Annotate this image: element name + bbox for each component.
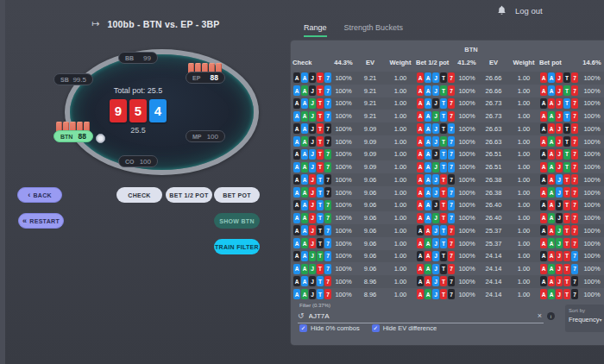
card-chip: A <box>417 276 424 286</box>
bet-half-pct: 100% <box>455 112 479 120</box>
bet-pot-button[interactable]: BET POT <box>214 187 260 203</box>
card-chip: J <box>309 289 316 299</box>
tab-range[interactable]: Range <box>304 23 327 37</box>
card-chip: A <box>293 162 300 173</box>
logout-button[interactable]: Log out <box>515 6 543 16</box>
filter-input[interactable] <box>309 312 536 320</box>
card-chip: A <box>301 289 308 299</box>
card-chip: 7 <box>324 111 331 122</box>
card-chip: A <box>301 136 308 147</box>
check-ev: 9.06 <box>355 252 385 260</box>
card-chip: T <box>440 289 447 299</box>
combo-row[interactable]: AAJT7100%9.061.00AAJT7100%26.401.00AAJT7… <box>293 211 604 224</box>
bet-pot-pct: 100% <box>578 138 604 146</box>
logout-area[interactable]: Log out <box>497 5 543 16</box>
check-pct: 100% <box>331 189 355 197</box>
check-weight: 1.00 <box>385 201 416 209</box>
check-ev: 9.21 <box>355 87 385 95</box>
check-pct: 100% <box>331 201 355 209</box>
card-chip: J <box>556 136 563 147</box>
combo-row[interactable]: AAJT7100%9.061.00AAJT7100%24.141.00AAJT7… <box>293 262 604 275</box>
check-combo: AAJT7 <box>293 251 331 261</box>
train-filter-button[interactable]: TRAIN FILTER <box>214 239 260 254</box>
back-button[interactable]: ‹ BACK <box>17 187 62 203</box>
combo-row[interactable]: AAJT7100%9.061.00AAJT7100%26.381.00AAJT7… <box>293 186 604 199</box>
combo-row[interactable]: AAJT7100%9.061.00AAJT7100%26.401.00AAJT7… <box>293 199 604 212</box>
card-chip: 7 <box>324 225 331 235</box>
card-chip: A <box>425 162 431 173</box>
card-chip: 7 <box>571 187 578 198</box>
card-chip: 7 <box>324 289 331 299</box>
notifications-bell-icon[interactable] <box>497 5 506 16</box>
card-chip: T <box>317 72 324 83</box>
combo-row[interactable]: AAJT7100%9.211.00AAJT7100%26.731.00AAJT7… <box>293 110 604 122</box>
bet-half-ev: 24.14 <box>479 278 508 286</box>
card-chip: A <box>425 111 431 122</box>
checkbox-box[interactable]: ✓ <box>299 324 307 332</box>
bet-pot-combo: AAJT7 <box>539 187 578 198</box>
card-chip: T <box>563 238 570 248</box>
card-chip: T <box>317 200 324 210</box>
card-chip: T <box>317 174 324 185</box>
combo-row[interactable]: AAJT7100%9.061.00AAJT7100%26.381.00AAJT7… <box>293 173 604 186</box>
bet-pot-combo: AAJT7 <box>539 213 578 223</box>
restart-button[interactable]: « RESTART <box>18 213 64 229</box>
card-chip: 7 <box>324 72 331 83</box>
card-chip: A <box>293 264 300 274</box>
bet-pot-pct: 100% <box>578 265 604 273</box>
bet-half-pct: 100% <box>455 227 479 235</box>
restart-chevron-icon: « <box>22 217 27 225</box>
filter-clear-icon[interactable]: × <box>536 311 544 320</box>
bet-pot-pct: 100% <box>578 176 604 184</box>
combo-row[interactable]: AAJT7100%9.091.00AAJT7100%26.511.00AAJT7… <box>293 160 604 173</box>
filter-field[interactable]: ↺ × <box>298 309 544 323</box>
checkbox-box[interactable]: ✓ <box>372 324 380 332</box>
bet-half-pct: 100% <box>455 87 479 95</box>
card-chip: A <box>548 136 555 147</box>
bet-half-pot-button[interactable]: BET 1/2 POT <box>166 187 212 203</box>
combo-row[interactable]: AAJT7100%9.211.00AAJT7100%26.661.00AAJT7… <box>293 72 604 85</box>
card-chip: A <box>540 289 547 299</box>
combo-row[interactable]: AAJT7100%9.211.00AAJT7100%26.731.00AAJT7… <box>293 97 604 110</box>
bet-half-combo: AAJT7 <box>416 276 455 286</box>
bet-half-weight: 1.00 <box>508 150 539 158</box>
card-chip: T <box>563 149 570 160</box>
checkbox-hide-0-combos[interactable]: ✓Hide 0% combos <box>299 324 360 332</box>
show-btn-button[interactable]: SHOW BTN <box>214 213 260 229</box>
card-chip: T <box>440 123 447 134</box>
check-button[interactable]: CHECK <box>116 187 162 203</box>
combo-row[interactable]: AAJT7100%9.211.00AAJT7100%26.661.00AAJT7… <box>293 85 604 97</box>
seat-pill: CO100 <box>118 155 158 167</box>
combo-row[interactable]: AAJT7100%8.961.00AAJT7100%24.141.00AAJT7… <box>293 275 604 288</box>
scenario-title-text: 100bb - BTN vs. EP - 3BP <box>107 19 219 29</box>
sort-dropdown[interactable]: Sort by Frequency ▾ <box>565 304 604 332</box>
seat-position-label: EP <box>192 75 200 81</box>
bet-pot-combo: AAJT7 <box>539 251 578 261</box>
card-chip: A <box>425 200 431 210</box>
combo-row[interactable]: AAJT7100%9.091.00AAJT7100%26.511.00AAJT7… <box>293 148 604 161</box>
seat-stack: 88 <box>79 132 86 141</box>
tab-strength-buckets[interactable]: Strength Buckets <box>344 23 404 37</box>
checkbox-hide-ev-difference[interactable]: ✓Hide EV difference <box>372 324 437 332</box>
filter-info-icon[interactable]: i <box>547 312 555 320</box>
combo-row[interactable]: AAJT7100%9.061.00AAJT7100%24.141.00AAJT7… <box>293 250 604 263</box>
card-chip: A <box>417 200 424 210</box>
check-weight: 1.00 <box>385 176 416 184</box>
bet-pot-combo: AAJT7 <box>539 123 578 134</box>
combo-row[interactable]: AAJT7100%9.061.00AAJT7100%25.371.00AAJT7… <box>293 224 604 237</box>
card-chip: T <box>317 111 324 122</box>
bet-half-ev: 26.63 <box>479 125 508 133</box>
card-chip: J <box>556 174 563 185</box>
filter-history-icon[interactable]: ↺ <box>298 311 305 320</box>
combo-row[interactable]: AAJT7100%9.091.00AAJT7100%26.631.00AAJT7… <box>293 122 604 135</box>
combo-row[interactable]: AAJT7100%9.061.00AAJT7100%25.371.00AAJT7… <box>293 237 604 250</box>
card-chip: A <box>540 98 547 109</box>
card-chip: T <box>440 136 447 147</box>
bet-half-ev: 26.73 <box>479 112 508 120</box>
combo-row[interactable]: AAJT7100%8.961.00AAJT7100%24.141.00AAJT7… <box>293 288 604 301</box>
check-combo: AAJT7 <box>293 136 331 147</box>
bet-half-pot-label: BET 1/2 POT <box>169 192 208 198</box>
combo-row[interactable]: AAJT7100%9.091.00AAJT7100%26.631.00AAJT7… <box>293 135 604 148</box>
bet-half-combo: AAJT7 <box>416 200 455 210</box>
card-chip: J <box>432 251 439 261</box>
